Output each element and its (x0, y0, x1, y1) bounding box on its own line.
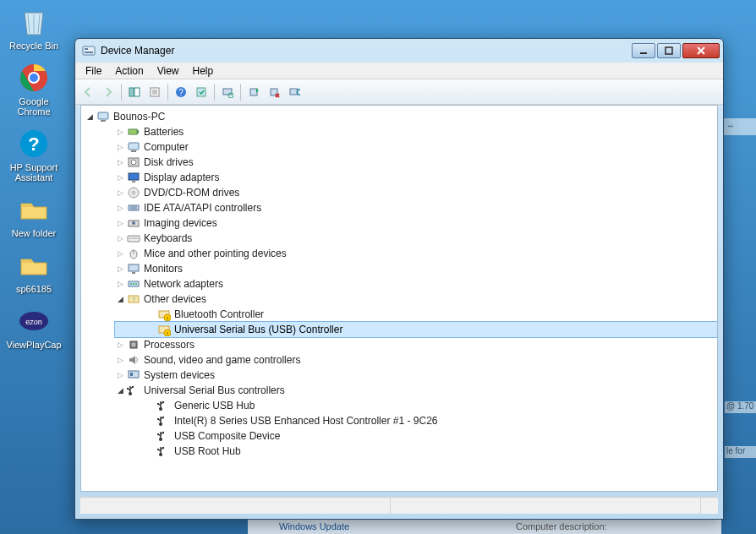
tree-item[interactable]: ▷Processors (100, 337, 717, 352)
svg-point-78 (162, 447, 164, 449)
titlebar[interactable]: Device Manager (75, 39, 723, 63)
menu-action[interactable]: Action (108, 64, 150, 78)
tree-item[interactable]: ▷Network adapters (100, 276, 717, 292)
svg-rect-28 (129, 129, 137, 134)
expand-icon[interactable]: ▷ (115, 142, 125, 152)
tree-item[interactable]: ▷Batteries (100, 124, 717, 139)
tree-item-label: Processors (144, 339, 194, 351)
tree-item-label: IDE ATA/ATAPI controllers (144, 202, 261, 214)
tree-item[interactable]: ▷Mice and other pointing devices (100, 246, 717, 261)
svg-text:?: ? (178, 88, 184, 97)
computer-icon (127, 140, 140, 154)
desktop-icon-recycle-bin[interactable]: Recycle Bin (3, 5, 64, 51)
expand-icon[interactable]: ▷ (115, 370, 125, 380)
desktop-icon-hp-support[interactable]: ? HP Support Assistant (3, 127, 64, 183)
expand-icon[interactable]: ▷ (115, 340, 125, 350)
update-driver-button[interactable] (244, 83, 263, 101)
expand-icon[interactable]: ▷ (115, 157, 125, 167)
window-title: Device Manager (101, 45, 630, 57)
tree-item-label: USB Composite Device (174, 430, 280, 442)
tree-item-label: Intel(R) 8 Series USB Enhanced Host Cont… (174, 415, 437, 427)
expand-icon[interactable]: ▷ (115, 264, 125, 274)
bg-fragment-text: le for (725, 446, 756, 458)
tree-item[interactable]: ▷Imaging devices (100, 215, 717, 231)
desktop-icon-viewplaycap[interactable]: ezon ViewPlayCap (3, 304, 64, 350)
usb-icon (157, 444, 171, 458)
tree-item[interactable]: Intel(R) 8 Series USB Enhanced Host Cont… (115, 413, 717, 428)
minimize-button[interactable] (632, 43, 655, 58)
tree-item[interactable]: ▷Disk drives (100, 155, 717, 170)
tree-item[interactable]: ▷Monitors (100, 261, 717, 276)
desktop-icon-label: ViewPlayCap (6, 340, 61, 350)
desktop-icon-chrome[interactable]: Google Chrome (3, 61, 64, 117)
recycle-bin-icon (17, 5, 51, 39)
statusbar (80, 497, 718, 514)
tree-item[interactable]: ◢?Other devices (100, 292, 717, 307)
properties-button[interactable] (145, 83, 164, 101)
maximize-button[interactable] (657, 43, 681, 58)
expand-icon[interactable]: ▷ (115, 233, 125, 243)
svg-text:?: ? (132, 296, 136, 303)
expand-icon[interactable]: ▷ (115, 203, 125, 213)
desktop-icon-new-folder[interactable]: New folder (3, 193, 64, 238)
show-hide-tree-button[interactable] (125, 83, 144, 101)
tree-item-label: DVD/CD-ROM drives (144, 187, 239, 199)
svg-rect-64 (130, 373, 133, 376)
toolbar-separator (121, 84, 122, 101)
forward-button[interactable] (99, 83, 118, 101)
svg-rect-35 (132, 181, 135, 183)
collapse-icon[interactable]: ◢ (115, 294, 125, 304)
expand-icon[interactable]: ▷ (115, 172, 125, 183)
expand-icon[interactable]: ▷ (115, 218, 125, 228)
action-button[interactable] (192, 83, 211, 101)
svg-rect-23 (250, 89, 257, 95)
tree-item[interactable]: ▷System devices (100, 368, 717, 383)
expand-icon[interactable]: ▷ (115, 355, 125, 365)
close-button[interactable] (682, 43, 720, 58)
back-button[interactable] (79, 83, 97, 101)
tree-item[interactable]: ▷Sound, video and game controllers (100, 352, 717, 368)
tree-item[interactable]: ▷Display adapters (100, 170, 717, 185)
menu-file[interactable]: File (79, 64, 108, 78)
scan-hardware-button[interactable] (285, 83, 304, 101)
tree-item[interactable]: !Bluetooth Controller (115, 307, 717, 322)
tree-item-label: Imaging devices (144, 217, 217, 229)
tree-item[interactable]: ▷DVD/CD-ROM drives (100, 185, 717, 200)
svg-text:?: ? (28, 134, 39, 155)
scan-button[interactable] (218, 83, 237, 101)
warn-icon: ! (157, 323, 171, 336)
device-tree[interactable]: ◢Bounos-PC▷Batteries▷Computer▷Disk drive… (81, 106, 717, 462)
mouse-icon (127, 247, 140, 260)
expand-icon[interactable]: ▷ (115, 127, 125, 137)
tree-item[interactable]: ▷IDE ATA/ATAPI controllers (100, 200, 717, 215)
tree-item[interactable]: USB Root Hub (115, 444, 717, 459)
svg-rect-62 (132, 343, 135, 346)
expand-icon[interactable]: ▷ (115, 188, 125, 198)
ide-icon (127, 201, 140, 215)
menu-help[interactable]: Help (186, 64, 221, 78)
svg-rect-48 (132, 272, 135, 274)
tree-item[interactable]: !Universal Serial Bus (USB) Controller (115, 322, 717, 337)
tree-item[interactable]: ▷Computer (100, 139, 717, 155)
tree-item[interactable]: ▷Keyboards (100, 231, 717, 246)
svg-rect-47 (129, 264, 139, 271)
svg-rect-9 (85, 52, 93, 53)
expand-icon[interactable]: ▷ (115, 279, 125, 289)
tree-item[interactable]: Generic USB Hub (115, 398, 717, 413)
help-button[interactable]: ? (172, 83, 190, 101)
expand-icon[interactable]: ▷ (115, 248, 125, 259)
menu-view[interactable]: View (151, 64, 186, 78)
collapse-icon[interactable]: ◢ (85, 112, 95, 122)
menubar: File Action View Help (75, 63, 723, 79)
svg-rect-27 (101, 120, 106, 122)
toolbar: ? (75, 79, 723, 105)
uninstall-button[interactable] (265, 83, 283, 101)
collapse-icon[interactable]: ◢ (115, 385, 125, 395)
desktop-area: Recycle Bin Google Chrome ? HP Support A… (0, 0, 68, 355)
desktop-icon-sp66185[interactable]: sp66185 (3, 248, 64, 294)
toolbar-separator (167, 84, 168, 101)
tree-item[interactable]: USB Composite Device (115, 428, 717, 444)
tree-item[interactable]: ◢Bounos-PC (85, 109, 717, 124)
usb-icon (157, 414, 171, 428)
tree-item[interactable]: ◢Universal Serial Bus controllers (100, 383, 717, 398)
